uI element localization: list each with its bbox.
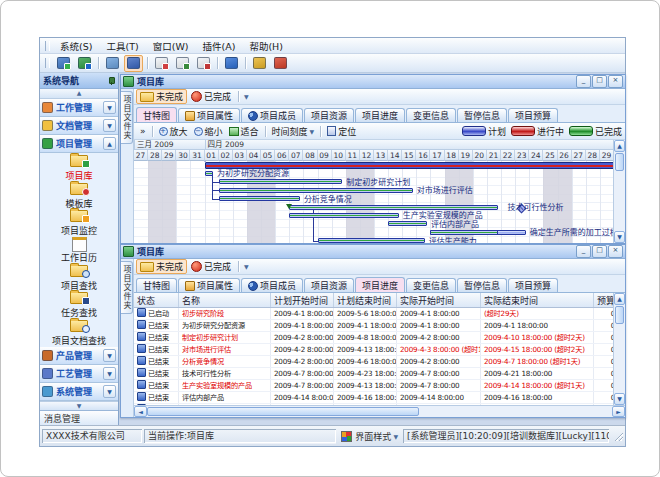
group-expand-button[interactable]: ▼ <box>103 385 116 398</box>
scroll-track[interactable] <box>614 325 625 393</box>
timescale-button[interactable]: 时间刻度▼ <box>269 125 318 138</box>
column-header-状态[interactable]: 状态 <box>134 293 179 307</box>
scroll-up-arrow[interactable]: ▲ <box>614 293 625 305</box>
menu-item[interactable]: 插件(A) <box>195 40 242 53</box>
scroll-track[interactable] <box>614 172 625 231</box>
task-bar[interactable] <box>289 213 398 218</box>
group-expand-button[interactable]: ▼ <box>103 119 116 132</box>
unfinished-button[interactable]: 未完成 <box>136 89 187 104</box>
column-header-实际开始时间[interactable]: 实际开始时间 <box>397 293 481 307</box>
globe-button[interactable] <box>75 55 94 72</box>
column-header-计划开始时间[interactable]: 计划开始时间 <box>271 293 334 307</box>
connect-button[interactable] <box>54 55 73 72</box>
table-row[interactable]: 已结束评估内部产品2009-4-14 8:00:002009-4-16 18:0… <box>134 392 625 404</box>
close-button[interactable]: × <box>608 75 623 88</box>
overflow-chevron-button[interactable]: » <box>137 125 149 138</box>
maximize-button[interactable]: □ <box>592 75 607 88</box>
scroll-thumb[interactable] <box>615 153 624 171</box>
menu-item[interactable]: 帮助(H) <box>242 40 290 53</box>
sidebar-group-系统管理[interactable]: 系统管理▼ <box>40 383 118 401</box>
task-bar[interactable] <box>219 196 300 201</box>
sidebar-item-项目库[interactable]: 项目库 <box>40 155 118 182</box>
scroll-right-arrow[interactable]: ► <box>612 406 625 417</box>
table-row[interactable]: 已结束技术可行性分析2009-4-7 8:00:002009-4-23 18:0… <box>134 368 625 380</box>
close-button[interactable]: × <box>608 245 623 258</box>
minimize-button[interactable]: _ <box>576 75 591 88</box>
gantt-window-titlebar[interactable]: 项目库 _ □ × <box>121 75 625 89</box>
table-row[interactable]: 已结束分析竞争情况2009-4-2 8:00:002009-4-6 18:00:… <box>134 356 625 368</box>
table-horizontal-scrollbar[interactable]: ◄ ► <box>134 405 625 417</box>
tab-甘特图[interactable]: 甘特图 <box>136 278 177 292</box>
column-header-实际结束时间[interactable]: 实际结束时间 <box>481 293 594 307</box>
tab-暂停信息[interactable]: 暂停信息 <box>457 278 507 292</box>
scroll-down-arrow[interactable]: ▼ <box>614 393 625 405</box>
tab-项目预算[interactable]: 项目预算 <box>508 278 558 292</box>
column-header-计划结束时间[interactable]: 计划结束时间 <box>334 293 397 307</box>
table-row[interactable]: 已结束对市场进行评估2009-4-2 8:00:002009-4-13 18:0… <box>134 344 625 356</box>
ui-style-button[interactable]: 界面样式 ▼ <box>338 429 401 443</box>
table-row[interactable]: 已结束生产实验室规模的产品2009-4-7 8:00:002009-4-13 1… <box>134 380 625 392</box>
tab-项目预算[interactable]: 项目预算 <box>508 108 558 122</box>
tab-项目属性[interactable]: 项目属性 <box>178 278 240 292</box>
sidebar-item-项目文档查找[interactable]: 项目文档查找 <box>40 320 118 347</box>
help-button[interactable] <box>222 55 241 72</box>
sidebar-tab-message-management[interactable]: 消息管理 <box>40 410 118 425</box>
scroll-up-arrow[interactable]: ▲ <box>614 140 625 152</box>
menu-item[interactable]: 工具(T) <box>99 40 145 53</box>
report-view-button[interactable] <box>173 55 192 72</box>
zoom-in-button[interactable]: +放大 <box>156 125 191 138</box>
finished-button[interactable]: 已完成 <box>187 259 235 274</box>
project-folder-side-tab[interactable]: 项目文件夹 <box>121 91 133 144</box>
task-bar[interactable] <box>205 171 213 176</box>
tab-项目属性[interactable]: 项目属性 <box>178 108 240 122</box>
maximize-button[interactable]: □ <box>592 245 607 258</box>
table-row[interactable]: 已结束制定初步研究计划2009-4-2 8:00:002009-4-8 18:0… <box>134 332 625 344</box>
pin-icon[interactable] <box>107 77 115 85</box>
fit-button[interactable]: 适合 <box>226 125 262 138</box>
task-bar[interactable] <box>430 230 497 235</box>
gantt-vertical-scrollbar[interactable]: ▲ ▼ <box>613 140 625 243</box>
open-folder-button[interactable] <box>103 55 122 72</box>
zoom-out-button[interactable]: −缩小 <box>191 125 226 138</box>
task-bar[interactable] <box>318 238 425 243</box>
report-add-button[interactable] <box>152 55 171 72</box>
report-del-button[interactable] <box>194 55 213 72</box>
menu-item[interactable]: 系统(S) <box>53 40 99 53</box>
sidebar-group-产品管理[interactable]: 产品管理▼ <box>40 347 118 365</box>
minimize-button[interactable]: _ <box>576 245 591 258</box>
tab-项目进度[interactable]: 项目进度 <box>355 277 405 292</box>
group-expand-button[interactable]: ▼ <box>103 367 116 380</box>
project-folder-side-tab[interactable]: 项目文件夹 <box>121 261 133 314</box>
lock-button[interactable] <box>250 55 269 72</box>
sidebar-group-文档管理[interactable]: 文档管理▼ <box>40 117 118 135</box>
locate-button[interactable]: 定位 <box>324 125 359 138</box>
task-bar[interactable] <box>219 179 343 184</box>
tab-变更信息[interactable]: 变更信息 <box>406 108 456 122</box>
group-expand-button[interactable]: ▼ <box>103 101 116 114</box>
sidebar-item-任务查找[interactable]: 任务查找 <box>40 292 118 319</box>
tab-甘特图[interactable]: 甘特图 <box>136 107 177 122</box>
task-bar[interactable] <box>219 188 413 193</box>
table-row[interactable]: 已启动初步研究阶段2009-4-1 8:00:002009-5-6 18:00:… <box>134 308 625 320</box>
table-row[interactable]: 已结束确定生产所需的加工过程2009-4-17 8:00:002009-4-23… <box>134 404 625 405</box>
sidebar-item-模板库[interactable]: 模板库 <box>40 182 118 209</box>
table-vertical-scrollbar[interactable]: ▲ ▼ <box>613 293 625 405</box>
tab-项目资源[interactable]: 项目资源 <box>304 108 354 122</box>
stop-button[interactable] <box>271 55 290 72</box>
scroll-track[interactable] <box>419 406 612 417</box>
unfinished-button[interactable]: 未完成 <box>136 259 187 274</box>
table-window-titlebar[interactable]: 项目库 _ □ × <box>121 245 625 259</box>
scroll-left-arrow[interactable]: ◄ <box>134 406 147 417</box>
scroll-down-arrow[interactable]: ▼ <box>614 231 625 243</box>
sidebar-group-工作管理[interactable]: 工作管理▼ <box>40 99 118 117</box>
sidebar-group-工艺管理[interactable]: 工艺管理▼ <box>40 365 118 383</box>
tab-变更信息[interactable]: 变更信息 <box>406 278 456 292</box>
sidebar-item-项目查找[interactable]: 项目查找 <box>40 265 118 292</box>
resize-grip[interactable] <box>613 431 623 441</box>
save-button[interactable] <box>124 55 143 72</box>
sidebar-item-工作日历[interactable]: 工作日历 <box>40 237 118 264</box>
scroll-thumb[interactable] <box>147 407 419 416</box>
group-expand-button[interactable]: ▼ <box>103 349 116 362</box>
tab-项目成员[interactable]: 项目成员 <box>241 278 303 292</box>
summary-bar[interactable] <box>205 162 614 169</box>
